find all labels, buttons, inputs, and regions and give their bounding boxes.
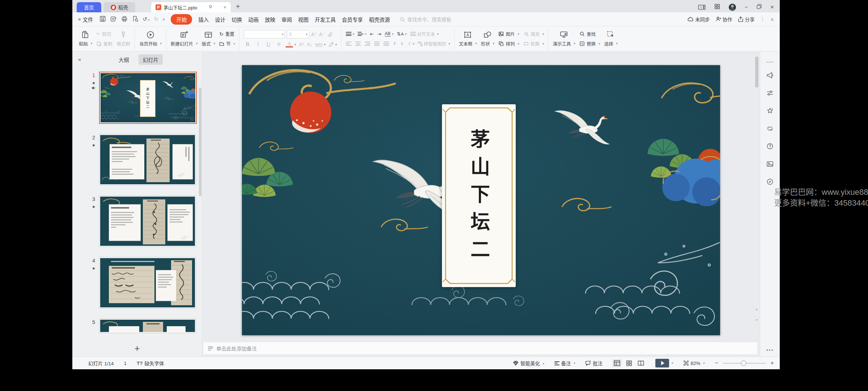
play-from-current-button[interactable]: 当页开始▾: [139, 31, 162, 47]
slide-4-thumbnail[interactable]: [99, 257, 196, 308]
numbered-list-button[interactable]: ▾: [358, 31, 366, 37]
menu-docer-resources[interactable]: 稻壳资源: [369, 16, 390, 23]
reading-view-button[interactable]: [637, 359, 645, 367]
distribute-icon[interactable]: [383, 41, 389, 47]
fit-slide-icon[interactable]: [683, 360, 689, 366]
line-spacing-button[interactable]: ⇅A▾: [397, 31, 406, 37]
previous-slide-icon[interactable]: ⌃: [754, 308, 759, 313]
normal-view-button[interactable]: [613, 359, 621, 367]
find-button[interactable]: 查找: [579, 30, 600, 37]
play-options-icon[interactable]: ▾: [671, 361, 673, 365]
cut-button[interactable]: ✂剪切: [97, 30, 112, 37]
minimize-button[interactable]: −: [745, 4, 748, 10]
customize-toolbar-icon[interactable]: ▾: [163, 17, 165, 21]
image-tool-icon[interactable]: [766, 160, 774, 169]
arrange-button[interactable]: 排列▾: [498, 40, 519, 47]
rail-more-icon[interactable]: •••: [766, 347, 774, 353]
bulb-icon[interactable]: [208, 4, 213, 10]
collapse-panel-icon[interactable]: «: [78, 56, 81, 62]
pinyin-guide-button[interactable]: wén▾: [315, 42, 326, 47]
next-slide-icon[interactable]: ⌄: [754, 317, 759, 321]
decrease-font-icon[interactable]: A⁻: [319, 31, 325, 37]
clear-format-eraser-icon[interactable]: [327, 31, 332, 37]
picture-button[interactable]: 图片▾: [498, 30, 519, 37]
text-box-button[interactable]: A 文本框▾: [459, 31, 477, 47]
menu-devtools[interactable]: 开发工具: [315, 16, 336, 23]
shapes-button[interactable]: 形状▾: [481, 31, 494, 47]
increase-font-icon[interactable]: A⁺: [311, 31, 317, 37]
close-document-icon[interactable]: ×: [224, 4, 226, 10]
layout-button[interactable]: 版式▾: [202, 31, 215, 47]
notes-toggle-button[interactable]: 备注▾: [554, 360, 575, 367]
menu-view[interactable]: 视图: [298, 16, 309, 23]
fill-button[interactable]: 填充▾: [523, 30, 544, 37]
menu-design[interactable]: 设计: [215, 16, 225, 23]
print-preview-icon[interactable]: [132, 16, 139, 23]
slide-sorter-view-button[interactable]: [625, 359, 633, 367]
to-smartart-button[interactable]: 转智能图形▾: [418, 40, 450, 47]
tab-document[interactable]: P 茅山下坛二.pptx ×: [151, 2, 231, 12]
menu-animation[interactable]: 动画: [248, 16, 259, 23]
tab-outline[interactable]: 大纲: [114, 54, 133, 65]
window-list-icon[interactable]: 1: [698, 5, 706, 10]
highlighter-button[interactable]: ▾: [328, 42, 337, 47]
paste-button[interactable]: 粘贴▾: [79, 31, 92, 47]
menu-member[interactable]: 会员专享: [342, 16, 363, 23]
align-left-icon[interactable]: [346, 41, 352, 47]
presentation-tools-button[interactable]: 演示工具▾: [553, 31, 575, 47]
tab-home[interactable]: 首页: [77, 2, 101, 12]
sync-status[interactable]: 未同步: [688, 16, 710, 23]
close-window-button[interactable]: ×: [770, 4, 774, 11]
menu-transition[interactable]: 切换: [231, 16, 242, 23]
increase-indent-icon[interactable]: ⇥: [377, 31, 381, 37]
replace-button[interactable]: A 替换▾: [579, 40, 600, 47]
indent-paragraph-icon[interactable]: ⇞: [393, 41, 396, 46]
slide-title-text[interactable]: 茅山下坛二: [442, 104, 516, 287]
thumbnail-list[interactable]: 1 ★ 茅山下坛二: [72, 67, 202, 340]
tab-docer[interactable]: 稻壳: [103, 2, 135, 12]
align-text-button[interactable]: 对齐文本▾: [410, 30, 439, 37]
tab-slides[interactable]: 幻灯片: [139, 54, 163, 65]
new-slide-button[interactable]: 新建幻灯片▾: [171, 31, 197, 47]
underline-button[interactable]: U: [265, 41, 272, 47]
restore-button[interactable]: [757, 4, 762, 10]
align-right-icon[interactable]: [365, 41, 370, 47]
print-icon[interactable]: [121, 16, 128, 23]
add-slide-button[interactable]: +: [72, 340, 202, 357]
text-direction-button[interactable]: AB▾: [385, 31, 393, 37]
slide-5-thumbnail[interactable]: [99, 319, 196, 333]
export-icon[interactable]: [110, 16, 117, 23]
hanging-indent-icon[interactable]: ⇟: [400, 41, 404, 46]
beautify-star-icon[interactable]: [766, 107, 774, 116]
menu-slideshow[interactable]: 放映: [265, 16, 275, 23]
bold-button[interactable]: B: [244, 41, 251, 47]
font-color-button[interactable]: A▾: [286, 41, 296, 47]
menu-start-active[interactable]: 开始: [171, 14, 192, 25]
collapse-ribbon-icon[interactable]: ∧: [770, 16, 774, 22]
slide-2-thumbnail[interactable]: [99, 134, 196, 185]
more-options-icon[interactable]: ⋮: [760, 16, 765, 22]
slide-canvas-region[interactable]: 茅山下坛二 ⌃ ⌄: [202, 51, 760, 341]
font-size-dropdown[interactable]: 0▾: [287, 30, 309, 38]
play-slideshow-button[interactable]: [655, 359, 669, 367]
zoom-slider-track[interactable]: [723, 363, 766, 364]
apps-grid-icon[interactable]: [714, 4, 720, 11]
copy-button[interactable]: 复制: [97, 40, 112, 47]
superscript-button[interactable]: X²: [299, 42, 304, 47]
vertical-spacing-button[interactable]: ⇳▾: [408, 41, 414, 46]
zoom-out-button[interactable]: −: [715, 360, 718, 367]
redo-icon[interactable]: ↻: [154, 16, 159, 22]
zoom-in-button[interactable]: +: [770, 360, 774, 367]
reset-button[interactable]: ↻ 重置: [219, 30, 235, 37]
file-menu[interactable]: ≡ 文件: [78, 16, 93, 23]
font-name-dropdown[interactable]: ▾: [244, 30, 285, 38]
undo-icon[interactable]: ↺▾: [143, 16, 150, 22]
section-button[interactable]: 节▾: [219, 40, 235, 47]
user-avatar[interactable]: [729, 4, 736, 11]
collaborate-button[interactable]: 协作: [715, 16, 732, 23]
bullet-list-button[interactable]: ▾: [346, 31, 354, 37]
thumbnail-scrollbar[interactable]: [199, 88, 201, 196]
missing-font-button[interactable]: T? 缺失字体: [137, 360, 164, 367]
editor-scrollbar-thumb[interactable]: [755, 56, 758, 88]
save-icon[interactable]: [99, 16, 106, 23]
